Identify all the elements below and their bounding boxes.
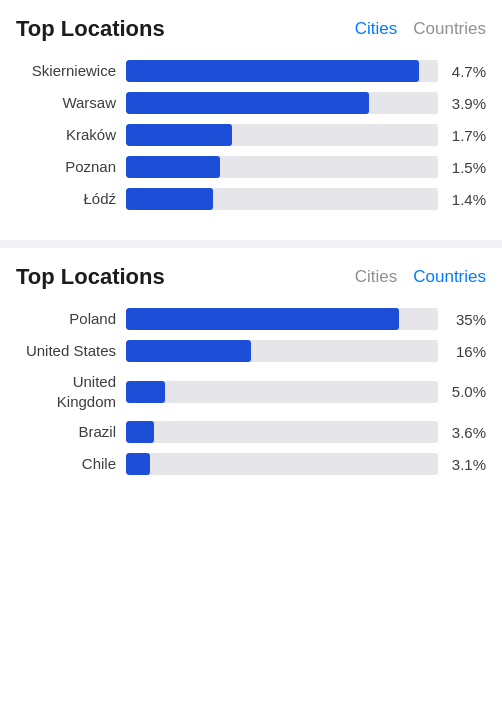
bar-value: 3.6% (438, 424, 486, 441)
section2-header: Top Locations Cities Countries (16, 264, 486, 290)
bar-value: 1.7% (438, 127, 486, 144)
section1-bars: Skierniewice4.7%Warsaw3.9%Kraków1.7%Pozn… (16, 60, 486, 210)
bar-fill (126, 124, 232, 146)
bar-fill (126, 453, 150, 475)
table-row: Chile3.1% (16, 453, 486, 475)
tab-cities-2[interactable]: Cities (355, 267, 398, 287)
table-row: Kraków1.7% (16, 124, 486, 146)
section1-tabs: Cities Countries (355, 19, 486, 39)
bar-track (126, 188, 438, 210)
bar-track (126, 156, 438, 178)
table-row: Skierniewice4.7% (16, 60, 486, 82)
table-row: Poland35% (16, 308, 486, 330)
bar-value: 35% (438, 311, 486, 328)
row-label: Warsaw (16, 93, 126, 113)
section2-tabs: Cities Countries (355, 267, 486, 287)
section-cities: Top Locations Cities Countries Skierniew… (0, 0, 502, 240)
section2-title: Top Locations (16, 264, 165, 290)
row-label: Poland (16, 309, 126, 329)
bar-track (126, 92, 438, 114)
bar-fill (126, 156, 220, 178)
bar-value: 3.9% (438, 95, 486, 112)
bar-fill (126, 340, 251, 362)
bar-track (126, 340, 438, 362)
row-label: Kraków (16, 125, 126, 145)
row-label: Brazil (16, 422, 126, 442)
tab-countries-1[interactable]: Countries (413, 19, 486, 39)
bar-track (126, 308, 438, 330)
row-label: Skierniewice (16, 61, 126, 81)
table-row: Warsaw3.9% (16, 92, 486, 114)
bar-fill (126, 308, 399, 330)
bar-track (126, 60, 438, 82)
tab-cities-1[interactable]: Cities (355, 19, 398, 39)
section2-bars: Poland35%United States16%United Kingdom5… (16, 308, 486, 475)
bar-fill (126, 381, 165, 403)
bar-value: 4.7% (438, 63, 486, 80)
bar-value: 5.0% (438, 383, 486, 400)
table-row: Łódź1.4% (16, 188, 486, 210)
bar-value: 16% (438, 343, 486, 360)
bar-value: 3.1% (438, 456, 486, 473)
bar-track (126, 421, 438, 443)
section1-title: Top Locations (16, 16, 165, 42)
row-label: Poznan (16, 157, 126, 177)
bar-fill (126, 421, 154, 443)
row-label: United Kingdom (16, 372, 126, 411)
table-row: United Kingdom5.0% (16, 372, 486, 411)
table-row: Poznan1.5% (16, 156, 486, 178)
bar-fill (126, 60, 419, 82)
bar-track (126, 381, 438, 403)
bar-value: 1.5% (438, 159, 486, 176)
section-countries: Top Locations Cities Countries Poland35%… (0, 248, 502, 505)
bar-track (126, 453, 438, 475)
section1-header: Top Locations Cities Countries (16, 16, 486, 42)
table-row: United States16% (16, 340, 486, 362)
tab-countries-2[interactable]: Countries (413, 267, 486, 287)
row-label: Łódź (16, 189, 126, 209)
bar-fill (126, 92, 369, 114)
bar-value: 1.4% (438, 191, 486, 208)
table-row: Brazil3.6% (16, 421, 486, 443)
bar-track (126, 124, 438, 146)
row-label: United States (16, 341, 126, 361)
section-divider (0, 240, 502, 248)
bar-fill (126, 188, 213, 210)
row-label: Chile (16, 454, 126, 474)
